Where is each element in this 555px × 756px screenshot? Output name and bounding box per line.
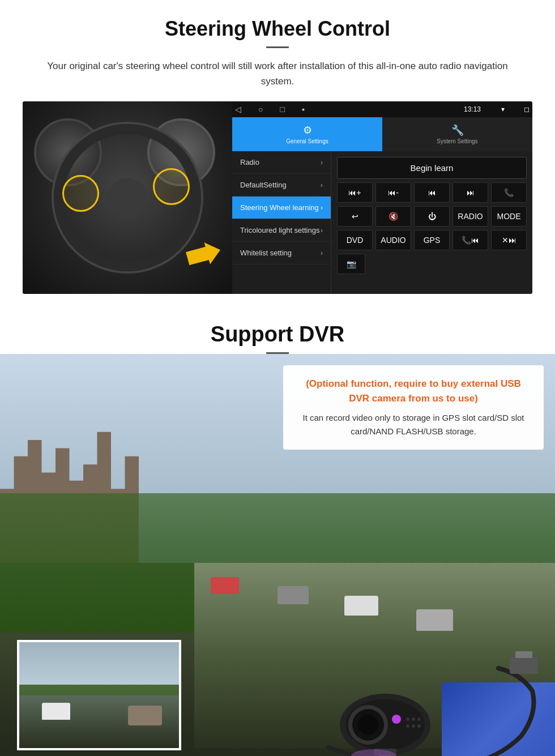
control-row-3: DVD AUDIO GPS 📞⏮ ✕⏭ <box>337 230 527 250</box>
nav-back-icon[interactable]: ◁ <box>235 105 241 114</box>
menu-item-default-setting[interactable]: DefaultSetting › <box>232 174 331 197</box>
svg-rect-0 <box>515 651 532 658</box>
nav-recent-icon[interactable]: □ <box>280 105 284 114</box>
ctrl-mute[interactable]: 🔇 <box>375 206 411 227</box>
ctrl-phone[interactable]: 📞 <box>491 182 527 203</box>
status-time: 13:13 <box>464 105 481 113</box>
android-tab-bar: ⚙ General Settings 🔧 System Settings <box>232 117 532 151</box>
menu-item-radio[interactable]: Radio › <box>232 151 331 174</box>
dvr-demo-area: (Optional function, require to buy exter… <box>0 354 555 756</box>
steering-wheel-center <box>108 178 147 217</box>
car-red <box>211 577 239 594</box>
nav-menu-icon[interactable]: ▪ <box>302 105 305 114</box>
car-white <box>344 596 378 616</box>
steering-title: Steering Wheel Control <box>23 17 532 41</box>
general-settings-icon: ⚙ <box>303 124 312 136</box>
ctrl-audio[interactable]: AUDIO <box>375 230 411 250</box>
menu-radio-label: Radio <box>240 158 259 166</box>
steering-wheel-photo <box>23 101 232 294</box>
dvr-info-card: (Optional function, require to buy exter… <box>283 365 544 450</box>
menu-whitelist-label: Whitelist setting <box>240 249 292 257</box>
ctrl-camera[interactable]: 📷 <box>337 254 365 274</box>
title-divider-1 <box>266 46 289 48</box>
tab-general-settings[interactable]: ⚙ General Settings <box>232 117 382 151</box>
svg-point-11 <box>417 724 421 728</box>
android-ui-panel: ◁ ○ □ ▪ 13:13 ▾ ◻ ⚙ General Settings 🔧 S… <box>232 101 532 294</box>
svg-point-7 <box>412 717 415 721</box>
nav-home-icon[interactable]: ○ <box>258 105 263 114</box>
car-grey <box>278 586 309 604</box>
dvr-camera-illustration <box>272 637 555 756</box>
steering-section: Steering Wheel Control Your original car… <box>0 0 555 305</box>
ctrl-vol-up[interactable]: ⏮+ <box>337 182 373 203</box>
menu-whitelist-chevron: › <box>321 249 323 257</box>
svg-point-10 <box>412 724 415 728</box>
steering-demo-area: ◁ ○ □ ▪ 13:13 ▾ ◻ ⚙ General Settings 🔧 S… <box>23 101 532 294</box>
ctrl-dvd[interactable]: DVD <box>337 230 373 250</box>
ctrl-prev-track[interactable]: ⏮ <box>414 182 450 203</box>
svg-point-6 <box>406 717 409 721</box>
system-settings-icon: 🔧 <box>451 124 464 136</box>
svg-point-4 <box>358 715 378 735</box>
dvr-thumbnail-image <box>17 640 181 750</box>
ctrl-mode[interactable]: MODE <box>491 206 527 227</box>
dvr-desc-text: It can record video only to storage in G… <box>296 411 531 438</box>
ctrl-next-track[interactable]: ⏭ <box>452 182 488 203</box>
svg-point-8 <box>417 717 421 721</box>
control-row-4: 📷 <box>337 254 527 274</box>
menu-default-chevron: › <box>321 181 323 189</box>
usb-plug <box>510 657 538 674</box>
car-silver <box>416 609 453 631</box>
control-row-2: ↩ 🔇 ⏻ RADIO MODE <box>337 206 527 227</box>
android-menu: Radio › DefaultSetting › Steering Wheel … <box>232 151 331 294</box>
ctrl-radio[interactable]: RADIO <box>452 206 488 227</box>
ctrl-gps[interactable]: GPS <box>414 230 450 250</box>
steering-subtitle: Your original car's steering wheel contr… <box>45 58 510 89</box>
signal-icon: ◻ <box>524 105 530 113</box>
ctrl-power[interactable]: ⏻ <box>414 206 450 227</box>
ctrl-phone-prev[interactable]: 📞⏮ <box>452 230 488 250</box>
menu-steering-label: Steering Wheel learning <box>240 203 319 212</box>
camera-svg <box>283 646 544 756</box>
android-right-panel: Begin learn ⏮+ ⏮- ⏮ ⏭ 📞 ↩ 🔇 ⏻ RADIO MODE <box>331 151 532 294</box>
tab-general-label: General Settings <box>286 138 328 144</box>
control-row-1: ⏮+ ⏮- ⏮ ⏭ 📞 <box>337 182 527 203</box>
dvr-title: Support DVR <box>0 322 555 347</box>
dvr-optional-text: (Optional function, require to buy exter… <box>296 377 531 405</box>
menu-steering-chevron: › <box>321 204 323 212</box>
wifi-icon: ▾ <box>501 105 505 113</box>
menu-default-label: DefaultSetting <box>240 181 287 189</box>
menu-tricoloured-label: Tricoloured light settings <box>240 226 319 234</box>
dvr-section: Support DVR (Optional function, require <box>0 305 555 756</box>
control-highlight-left <box>62 175 99 212</box>
tab-system-label: System Settings <box>437 138 477 144</box>
ctrl-mute-next[interactable]: ✕⏭ <box>491 230 527 250</box>
menu-item-tricoloured[interactable]: Tricoloured light settings › <box>232 219 331 242</box>
control-highlight-right <box>153 168 190 205</box>
svg-point-5 <box>392 715 401 724</box>
android-content-area: Radio › DefaultSetting › Steering Wheel … <box>232 151 532 294</box>
arrow-indicator <box>185 239 223 270</box>
tab-system-settings[interactable]: 🔧 System Settings <box>382 117 532 151</box>
menu-item-whitelist[interactable]: Whitelist setting › <box>232 242 331 264</box>
menu-radio-chevron: › <box>321 159 323 166</box>
ctrl-vol-down[interactable]: ⏮- <box>375 182 411 203</box>
ctrl-back[interactable]: ↩ <box>337 206 373 227</box>
android-nav-bar: ◁ ○ □ ▪ 13:13 ▾ ◻ <box>232 101 532 117</box>
menu-item-steering-wheel[interactable]: Steering Wheel learning › <box>232 197 331 219</box>
begin-learn-button[interactable]: Begin learn <box>337 157 527 179</box>
svg-point-9 <box>406 724 409 728</box>
menu-tricoloured-chevron: › <box>321 227 323 234</box>
